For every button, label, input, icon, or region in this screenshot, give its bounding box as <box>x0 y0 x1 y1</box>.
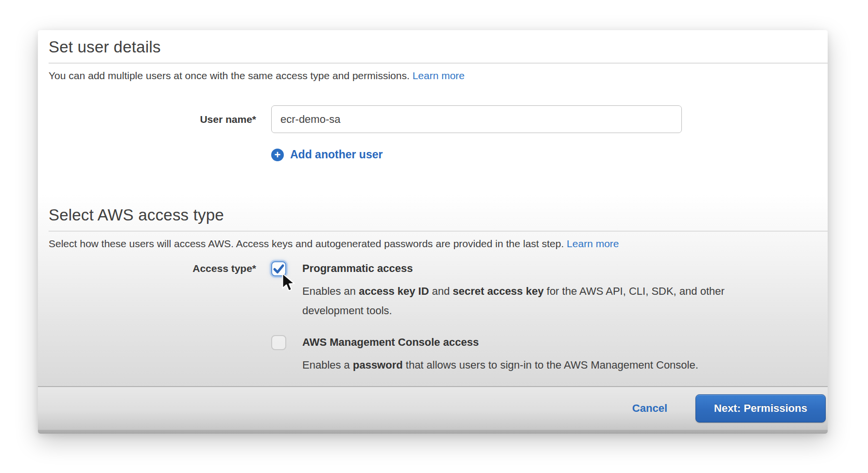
username-label: User name* <box>49 114 271 125</box>
add-user-row: + Add another user <box>49 148 828 161</box>
cancel-button[interactable]: Cancel <box>632 402 667 415</box>
user-section-intro-text: You can add multiple users at once with … <box>49 70 413 81</box>
programmatic-access-option: Programmatic access Enables an access ke… <box>302 260 735 321</box>
checkmark-icon <box>273 263 285 275</box>
divider <box>49 231 828 232</box>
desc-text-bold: secret access key <box>452 285 543 297</box>
access-section-intro-text: Select how these users will access AWS. … <box>49 238 567 249</box>
username-row: User name* <box>49 105 828 133</box>
page-title: Set user details <box>49 38 828 56</box>
learn-more-link-users[interactable]: Learn more <box>413 70 465 81</box>
console-access-title[interactable]: AWS Management Console access <box>302 334 735 351</box>
add-another-user-label: Add another user <box>290 148 382 161</box>
desc-text-bold: password <box>353 359 403 371</box>
user-section-intro: You can add multiple users at once with … <box>49 70 828 82</box>
plus-circle-icon: + <box>271 149 284 161</box>
console-access-row: AWS Management Console access Enables a … <box>49 334 828 375</box>
panel-bottom-edge <box>38 430 828 434</box>
console-access-description: Enables a password that allows users to … <box>302 355 735 375</box>
desc-text: Enables a <box>302 359 353 371</box>
divider <box>49 63 828 64</box>
username-input[interactable] <box>271 105 682 133</box>
programmatic-access-description: Enables an access key ID and secret acce… <box>302 282 735 321</box>
wizard-content: Set user details You can add multiple us… <box>38 30 828 386</box>
desc-text: that allows users to sign-in to the AWS … <box>403 359 698 371</box>
programmatic-access-title[interactable]: Programmatic access <box>302 260 735 277</box>
console-access-option: AWS Management Console access Enables a … <box>302 334 735 375</box>
programmatic-access-row: Access type* Programmatic access Enables… <box>49 260 828 321</box>
access-type-label: Access type* <box>49 260 271 277</box>
wizard-footer: Cancel Next: Permissions <box>38 386 828 430</box>
desc-text: Enables an <box>302 285 359 297</box>
desc-text-bold: access key ID <box>359 285 429 297</box>
access-section-intro: Select how these users will access AWS. … <box>49 238 828 250</box>
console-access-checkbox[interactable] <box>271 335 286 350</box>
access-section-title: Select AWS access type <box>49 206 828 224</box>
learn-more-link-access[interactable]: Learn more <box>567 238 619 249</box>
next-permissions-button[interactable]: Next: Permissions <box>695 394 826 422</box>
desc-text: and <box>429 285 453 297</box>
add-user-wizard-panel: Set user details You can add multiple us… <box>38 30 828 434</box>
add-another-user-button[interactable]: + Add another user <box>271 148 382 161</box>
programmatic-access-checkbox[interactable] <box>271 261 286 276</box>
